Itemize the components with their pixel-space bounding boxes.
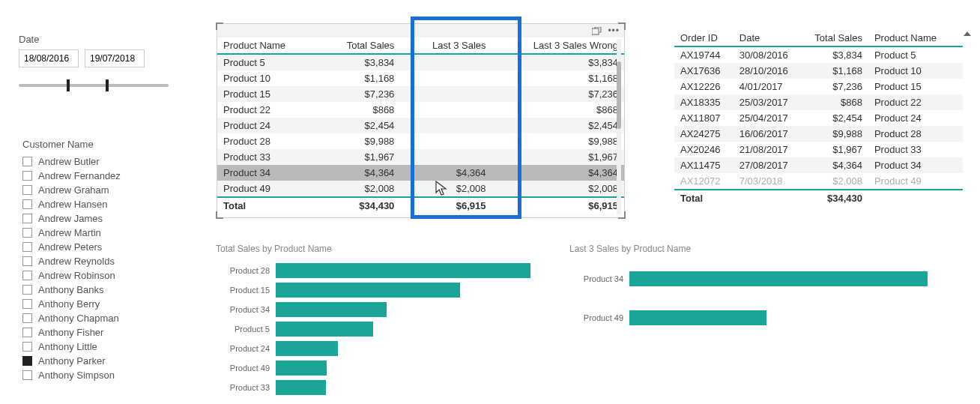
customer-item[interactable]: Anthony Fisher [22, 327, 172, 338]
bar-label: Product 49 [569, 313, 629, 322]
checkbox-icon[interactable] [22, 285, 32, 295]
table-row[interactable]: AX2024621/08/2017$1,967Product 33 [674, 142, 963, 157]
bar-row[interactable]: Product 49 [216, 361, 530, 376]
customer-item[interactable]: Andrew Hansen [22, 199, 172, 210]
checkbox-icon[interactable] [22, 328, 32, 337]
order-details-table-visual[interactable]: Order IDDateTotal SalesProduct NameAX197… [674, 30, 963, 206]
customer-item[interactable]: Andrew Peters [22, 241, 172, 253]
more-options-icon[interactable]: ••• [608, 25, 620, 36]
table-row[interactable]: Product 34$4,364$4,364$4,364 [217, 165, 624, 181]
checkbox-icon[interactable] [22, 171, 32, 181]
focus-mode-icon[interactable] [592, 27, 602, 35]
bar-label: Product 49 [216, 364, 276, 373]
checkbox-icon[interactable] [22, 370, 32, 380]
bar-row[interactable]: Product 33 [216, 380, 530, 395]
customer-item[interactable]: Andrew Fernandez [22, 170, 172, 181]
bar-track [276, 283, 530, 298]
column-header[interactable]: Last 3 Sales [400, 37, 491, 54]
cell: 30/08/2016 [734, 46, 806, 63]
column-header[interactable]: Total Sales [319, 37, 401, 54]
checkbox-icon[interactable] [22, 271, 32, 280]
slider-handle-to[interactable] [106, 79, 109, 91]
table-row[interactable]: Product 49$2,008$2,008$2,008 [217, 181, 624, 197]
customer-item[interactable]: Anthony Banks [22, 284, 172, 295]
checkbox-icon[interactable] [22, 356, 32, 366]
date-from-input[interactable] [19, 49, 79, 67]
cell: $1,168 [805, 63, 868, 79]
table-row[interactable]: AX1180725/04/2017$2,454Product 24 [674, 110, 963, 126]
customer-item[interactable]: Anthony Little [22, 341, 172, 352]
total-sales-chart[interactable]: Total Sales by Product Name Product 28Pr… [216, 244, 530, 400]
date-slicer[interactable]: Date [19, 34, 169, 87]
bar-row[interactable]: Product 34 [569, 263, 937, 295]
customer-item[interactable]: Andrew James [22, 213, 172, 224]
bar-track [276, 302, 530, 317]
table-row[interactable]: AX2427516/06/2017$9,988Product 28 [674, 126, 963, 142]
sort-caret-icon[interactable] [964, 31, 971, 36]
date-slider[interactable] [19, 84, 169, 87]
table-row[interactable]: Product 10$1,168$1,168 [217, 70, 624, 86]
bar-track [276, 341, 530, 356]
table-row[interactable]: AX1763628/10/2016$1,168Product 10 [674, 63, 963, 79]
customer-item[interactable]: Anthony Berry [22, 298, 172, 310]
customer-item[interactable]: Anthony Chapman [22, 313, 172, 324]
table-row[interactable]: AX1833525/03/2017$868Product 22 [674, 94, 963, 110]
customer-item[interactable]: Andrew Reynolds [22, 256, 172, 267]
customer-slicer[interactable]: Customer Name Andrew ButlerAndrew Fernan… [22, 139, 172, 381]
cell: $4,364 [319, 165, 401, 181]
bar-row[interactable]: Product 34 [216, 302, 530, 317]
slider-handle-from[interactable] [67, 79, 70, 91]
bar-fill [276, 302, 387, 317]
bar-fill [276, 283, 460, 298]
cell: $1,168 [319, 70, 401, 86]
table-row[interactable]: Product 33$1,967$1,967 [217, 149, 624, 165]
customer-item[interactable]: Anthony Simpson [22, 370, 172, 381]
table-row[interactable]: AX120727/03/2018$2,008Product 49 [674, 173, 963, 190]
customer-item[interactable]: Andrew Butler [22, 156, 172, 167]
table-row[interactable]: Product 24$2,454$2,454 [217, 118, 624, 133]
resize-handle-bl[interactable] [216, 211, 223, 219]
checkbox-icon[interactable] [22, 214, 32, 223]
table-row[interactable]: Product 15$7,236$7,236 [217, 86, 624, 102]
column-header[interactable]: Order ID [674, 30, 734, 46]
table-row[interactable]: AX1974430/08/2016$3,834Product 5 [674, 46, 963, 63]
table-row[interactable]: AX1147527/08/2017$4,364Product 34 [674, 157, 963, 173]
bar-label: Product 5 [216, 325, 276, 334]
column-header[interactable]: Product Name [868, 30, 963, 46]
checkbox-icon[interactable] [22, 242, 32, 252]
column-header[interactable]: Total Sales [805, 30, 868, 46]
customer-item[interactable]: Andrew Graham [22, 184, 172, 196]
scrollbar[interactable] [617, 39, 621, 214]
column-header[interactable]: Last 3 Sales Wrong [492, 37, 624, 54]
checkbox-icon[interactable] [22, 199, 32, 209]
product-sales-table-visual[interactable]: ••• Product NameTotal SalesLast 3 SalesL… [217, 23, 625, 218]
column-header[interactable]: Product Name [217, 37, 319, 54]
checkbox-icon[interactable] [22, 342, 32, 352]
table-row[interactable]: AX122264/01/2017$7,236Product 15 [674, 79, 963, 94]
customer-name-label: Andrew Reynolds [38, 256, 115, 267]
checkbox-icon[interactable] [22, 228, 32, 238]
checkbox-icon[interactable] [22, 299, 32, 309]
chart-title: Last 3 Sales by Product Name [569, 244, 937, 254]
scrollbar-thumb[interactable] [617, 61, 621, 129]
bar-row[interactable]: Product 15 [216, 283, 530, 298]
cell: Product 24 [868, 110, 963, 126]
table-row[interactable]: Product 5$3,834$3,834 [217, 54, 624, 70]
checkbox-icon[interactable] [22, 157, 32, 166]
customer-item[interactable]: Andrew Martin [22, 227, 172, 238]
checkbox-icon[interactable] [22, 313, 32, 323]
cell [400, 133, 491, 149]
bar-row[interactable]: Product 24 [216, 341, 530, 356]
bar-row[interactable]: Product 28 [216, 263, 530, 278]
table-row[interactable]: Product 28$9,988$9,988 [217, 133, 624, 149]
checkbox-icon[interactable] [22, 256, 32, 266]
table-row[interactable]: Product 22$868$868 [217, 102, 624, 118]
checkbox-icon[interactable] [22, 185, 32, 195]
customer-item[interactable]: Anthony Parker [22, 355, 172, 367]
last3-sales-chart[interactable]: Last 3 Sales by Product Name Product 34P… [569, 244, 937, 341]
customer-item[interactable]: Andrew Robinson [22, 270, 172, 281]
date-to-input[interactable] [85, 49, 145, 67]
bar-row[interactable]: Product 49 [569, 302, 937, 334]
bar-row[interactable]: Product 5 [216, 322, 530, 337]
column-header[interactable]: Date [734, 30, 806, 46]
